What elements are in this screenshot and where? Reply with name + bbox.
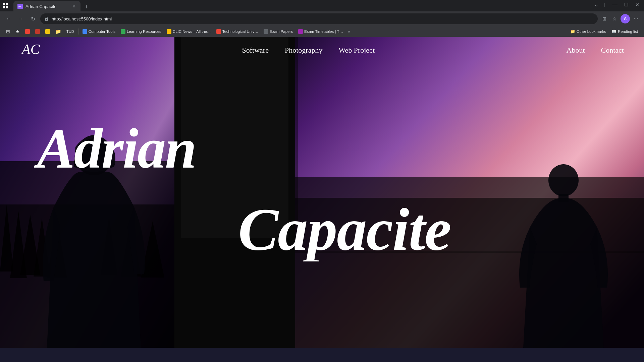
bookmarks-bar: ⊞ ★ 📁 TUD Computer Tools Learning Resour… bbox=[0, 26, 644, 37]
maximize-button[interactable]: ☐ bbox=[622, 2, 631, 7]
tab-title: Adrian Capacite bbox=[25, 4, 68, 9]
new-tab-button[interactable]: + bbox=[82, 2, 91, 12]
bookmark-reading[interactable]: 📖 Reading list bbox=[609, 28, 640, 35]
title-bar: AC Adrian Capacite ✕ + ⌄ | — ☐ ✕ bbox=[0, 0, 644, 11]
hero-last-name: Capacite bbox=[235, 188, 486, 263]
hero-adrian-svg: Adrian bbox=[34, 111, 268, 178]
back-button[interactable]: ← bbox=[4, 14, 13, 23]
minimize-button[interactable]: — bbox=[610, 2, 620, 8]
lock-icon bbox=[44, 16, 49, 21]
bookmark-computer-tools[interactable]: Computer Tools bbox=[80, 28, 117, 35]
bookmark-folder[interactable]: 📁 bbox=[53, 28, 63, 35]
logo-svg: AC bbox=[20, 41, 50, 57]
extensions-button[interactable]: ⊞ bbox=[600, 15, 608, 23]
bookmark-other[interactable]: 📁 Other bookmarks bbox=[568, 28, 608, 35]
svg-text:AC: AC bbox=[21, 42, 40, 57]
nav-photography[interactable]: Photography bbox=[285, 46, 322, 55]
address-bar[interactable]: http://localhost:5500/index.html bbox=[40, 13, 598, 24]
bookmark-clic[interactable]: CLIC News – All the… bbox=[165, 28, 213, 35]
close-button[interactable]: ✕ bbox=[633, 2, 641, 7]
bookmark-tech-uni-label: Technological Univ… bbox=[222, 29, 258, 34]
window-controls: ⌄ | — ☐ ✕ bbox=[594, 2, 641, 10]
tab-favicon: AC bbox=[17, 4, 23, 9]
nav-links-center: Software Photography Web Project bbox=[242, 46, 375, 55]
silhouette-right bbox=[510, 147, 617, 348]
bookmark-gmail[interactable] bbox=[23, 28, 32, 35]
refresh-button[interactable]: ↻ bbox=[28, 14, 38, 23]
bookmark-exam-timetables[interactable]: Exam Timetables | T… bbox=[296, 28, 345, 35]
bookmark-clic-label: CLIC News – All the… bbox=[173, 29, 211, 34]
settings-button[interactable]: ⋯ bbox=[632, 15, 640, 23]
active-tab[interactable]: AC Adrian Capacite ✕ bbox=[13, 1, 80, 12]
bookmark-star-button[interactable]: ☆ bbox=[610, 15, 619, 23]
svg-text:Capacite: Capacite bbox=[238, 196, 451, 261]
nav-software[interactable]: Software bbox=[242, 46, 269, 55]
windows-icon bbox=[3, 3, 8, 8]
bookmark-other-label: Other bookmarks bbox=[577, 29, 606, 34]
navigation: AC Software Photography Web Project Abou… bbox=[0, 37, 644, 64]
tab-list-arrow[interactable]: ⌄ bbox=[594, 2, 598, 7]
bookmark-learning-label: Learning Resources bbox=[127, 29, 161, 34]
tab-close-button[interactable]: ✕ bbox=[71, 4, 76, 9]
bookmark-apps[interactable]: ⊞ bbox=[4, 28, 12, 35]
browser-toolbar: ← → ↻ http://localhost:5500/index.html ⊞… bbox=[0, 11, 644, 26]
bookmark-computer-tools-label: Computer Tools bbox=[89, 29, 115, 34]
profile-button[interactable]: A bbox=[621, 14, 630, 23]
svg-point-10 bbox=[548, 164, 579, 196]
bookmark-yellow[interactable] bbox=[43, 28, 52, 35]
nav-links-right: About Contact bbox=[567, 46, 624, 55]
browser-chrome: AC Adrian Capacite ✕ + ⌄ | — ☐ ✕ ← → ↻ h… bbox=[0, 0, 644, 37]
hero-capacite-svg: Capacite bbox=[235, 188, 486, 261]
bookmark-tech-uni[interactable]: Technological Univ… bbox=[214, 28, 260, 35]
address-text: http://localhost:5500/index.html bbox=[52, 16, 594, 21]
nav-contact[interactable]: Contact bbox=[601, 46, 624, 55]
hero-first-name: Adrian bbox=[34, 111, 268, 179]
bookmark-tud[interactable]: TUD bbox=[64, 29, 76, 34]
bookmark-exam-papers-label: Exam Papers bbox=[270, 29, 293, 34]
nav-about[interactable]: About bbox=[567, 46, 585, 55]
logo: AC bbox=[20, 41, 50, 60]
bookmark-reading-label: Reading list bbox=[618, 29, 638, 34]
toolbar-right: ⊞ ☆ A ⋯ bbox=[600, 14, 640, 23]
bookmarks-more[interactable]: » bbox=[346, 29, 352, 34]
website-content: AC Software Photography Web Project Abou… bbox=[0, 37, 644, 348]
forward-button[interactable]: → bbox=[16, 14, 25, 23]
silhouette-right-svg bbox=[510, 147, 617, 348]
bookmark-exam-timetables-label: Exam Timetables | T… bbox=[304, 29, 343, 34]
svg-text:Adrian: Adrian bbox=[34, 117, 196, 178]
bookmark-exam-papers[interactable]: Exam Papers bbox=[262, 28, 295, 35]
bookmark-star[interactable]: ★ bbox=[13, 28, 22, 35]
nav-web-project[interactable]: Web Project bbox=[338, 46, 375, 55]
bookmark-red2[interactable] bbox=[33, 28, 42, 35]
bookmark-learning[interactable]: Learning Resources bbox=[119, 28, 163, 35]
